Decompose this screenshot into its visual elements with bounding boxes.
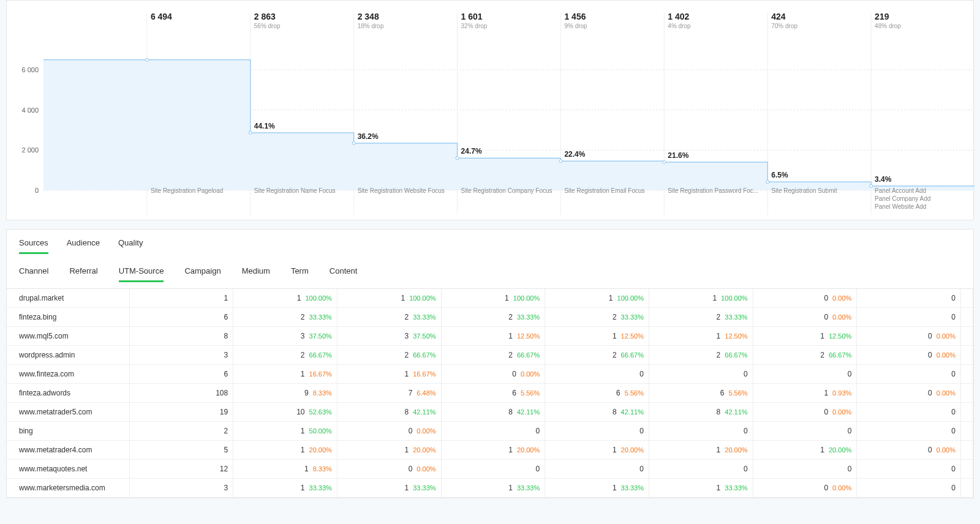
col-value: 1 33.33% <box>649 479 753 498</box>
tabs-secondary: ChannelReferralUTM-SourceCampaignMediumT… <box>7 260 973 289</box>
pct-value: 0.00% <box>935 389 956 397</box>
subtab-referral[interactable]: Referral <box>69 266 97 282</box>
table-row[interactable]: www.metatrader4.com51 20.00%1 20.00%1 20… <box>7 441 973 460</box>
col-value: 1 12.50% <box>545 327 649 346</box>
col-value: 2 33.33% <box>233 308 337 327</box>
col-value: 7 6.48% <box>337 384 441 403</box>
source-name: finteza.bing <box>7 308 129 327</box>
col-value: 1 100.00% <box>545 289 649 308</box>
table-row[interactable]: www.marketersmedia.com31 33.33%1 33.33%1… <box>7 479 973 498</box>
col-value: 2 66.67% <box>441 346 545 365</box>
pct-value: 0.00% <box>415 465 435 473</box>
col-value: 0 0.00% <box>441 365 545 384</box>
pct-value: 20.00% <box>827 446 851 454</box>
col-value: 2 66.67% <box>545 346 649 365</box>
col-value: 0 <box>753 365 857 384</box>
col-value: 0 <box>649 365 753 384</box>
funnel-step-label: Site Registration Password Foc... <box>668 187 764 195</box>
funnel-step-pct: 22.4% <box>564 150 585 159</box>
col-value: 1 16.67% <box>337 365 441 384</box>
pct-value: 42.11% <box>619 408 644 416</box>
pct-value: 6.48% <box>415 389 435 397</box>
table-row[interactable]: drupal.market11 100.00%1 100.00%1 100.00… <box>7 289 973 308</box>
col-value: 6 <box>129 365 233 384</box>
funnel-step-label: Site Registration Name Focus <box>254 187 350 195</box>
pct-value: 16.67% <box>307 370 332 378</box>
table-row[interactable]: www.mql5.com83 37.50%3 37.50%1 12.50%1 1… <box>7 327 973 346</box>
subtab-channel[interactable]: Channel <box>19 266 48 282</box>
col-value: 1 20.00% <box>233 441 337 460</box>
col-value: 2 66.67% <box>649 346 753 365</box>
col-value: 10 52.63% <box>233 403 337 422</box>
tab-sources[interactable]: Sources <box>19 238 48 254</box>
source-name: wordpress.admin <box>7 346 129 365</box>
pct-value: 0.93% <box>831 389 851 397</box>
col-value: 2 66.67% <box>337 346 441 365</box>
subtab-medium[interactable]: Medium <box>242 266 270 282</box>
col-value: 3 37.50% <box>337 327 441 346</box>
col-value: 0 <box>545 365 649 384</box>
col-value: 0 <box>441 460 545 479</box>
col-value: 0 <box>545 422 649 441</box>
pct-value: 66.67% <box>827 351 851 359</box>
source-name: www.metatrader4.com <box>7 441 129 460</box>
col-value: 1 12.50% <box>649 327 753 346</box>
funnel-step-label: Site Registration Submit <box>771 187 867 195</box>
col-value: 0 0.00% <box>753 289 857 308</box>
col-value: 0 <box>441 422 545 441</box>
col-value: 1 <box>129 289 233 308</box>
col-value: 0 <box>753 422 857 441</box>
col-value: 0 0.00% <box>857 327 961 346</box>
pct-value: 12.50% <box>723 332 747 340</box>
table-row[interactable]: wordpress.admin32 66.67%2 66.67%2 66.67%… <box>7 346 973 365</box>
pct-value: 33.33% <box>619 484 644 492</box>
col-value: 0 <box>649 422 753 441</box>
col-value: 3 37.50% <box>233 327 337 346</box>
subtab-content[interactable]: Content <box>330 266 358 282</box>
table-row[interactable]: www.metaquotes.net121 8.33%0 0.00%00000 <box>7 460 973 479</box>
col-value: 6 5.56% <box>545 384 649 403</box>
pct-value: 66.67% <box>619 351 644 359</box>
source-name: www.finteza.com <box>7 365 129 384</box>
pct-value: 33.33% <box>307 313 332 321</box>
col-value: 1 33.33% <box>441 479 545 498</box>
funnel-step-label: Site Registration Email Focus <box>564 187 660 195</box>
funnel-step-pct: 21.6% <box>668 151 688 160</box>
col-value: 0 0.00% <box>753 308 857 327</box>
col-value: 6 5.56% <box>649 384 753 403</box>
pct-value: 66.67% <box>411 351 435 359</box>
col-value: 1 20.00% <box>545 441 649 460</box>
table-row[interactable]: www.finteza.com61 16.67%1 16.67%0 0.00%0… <box>7 365 973 384</box>
pct-value: 5.56% <box>519 389 540 397</box>
tab-audience[interactable]: Audience <box>67 238 100 254</box>
subtab-term[interactable]: Term <box>291 266 309 282</box>
table-row[interactable]: www.metatrader5.com1910 52.63%8 42.11%8 … <box>7 403 973 422</box>
pct-value: 0.00% <box>935 351 956 359</box>
table-row[interactable]: finteza.bing62 33.33%2 33.33%2 33.33%2 3… <box>7 308 973 327</box>
pct-value: 33.33% <box>723 313 747 321</box>
col-value: 0 <box>857 365 961 384</box>
funnel-step-pct: 36.2% <box>358 132 379 141</box>
source-name: www.metatrader5.com <box>7 403 129 422</box>
col-value: 2 66.67% <box>753 346 857 365</box>
col-value: 1 8.33% <box>233 460 337 479</box>
col-value: 8 42.11% <box>337 403 441 422</box>
funnel-step-label: Site Registration Website Focus <box>358 187 454 195</box>
col-value: 3 <box>129 346 233 365</box>
pct-value: 42.11% <box>411 408 435 416</box>
pct-value: 8.33% <box>311 389 332 397</box>
pct-value: 50.00% <box>307 427 332 435</box>
table-row[interactable]: finteza.adwords1089 8.33%7 6.48%6 5.56%6… <box>7 384 973 403</box>
col-value: 0 <box>545 460 649 479</box>
pct-value: 100.00% <box>719 294 747 302</box>
subtab-campaign[interactable]: Campaign <box>184 266 221 282</box>
col-value: 1 33.33% <box>233 479 337 498</box>
pct-value: 33.33% <box>515 313 540 321</box>
tab-quality[interactable]: Quality <box>118 238 143 254</box>
col-value: 5 <box>129 441 233 460</box>
pct-value: 33.33% <box>515 484 540 492</box>
table-row[interactable]: bing21 50.00%0 0.00%00000 <box>7 422 973 441</box>
subtab-utm-source[interactable]: UTM-Source <box>119 266 164 282</box>
pct-value: 5.56% <box>623 389 644 397</box>
pct-value: 0.00% <box>935 332 956 340</box>
